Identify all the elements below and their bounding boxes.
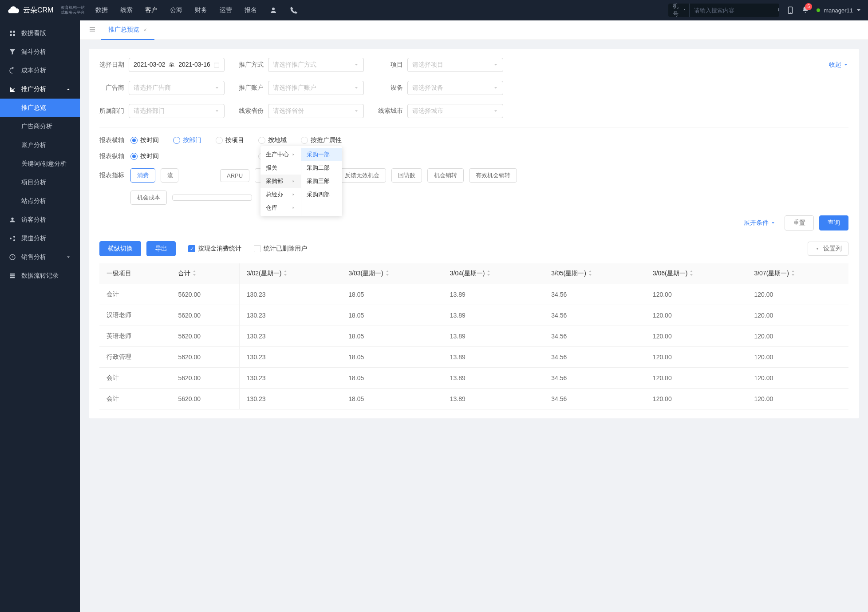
logo-text: 云朵CRM	[23, 6, 53, 15]
tag-revisit[interactable]: 回访数	[391, 168, 422, 183]
search-button[interactable]	[773, 7, 779, 14]
user-menu[interactable]: manager11	[817, 7, 861, 14]
radio-horiz-project[interactable]: 按项目	[216, 136, 244, 144]
table-cell: 130.23	[239, 368, 341, 389]
tab-overview[interactable]: 推广总预览	[101, 20, 154, 40]
phone-icon[interactable]	[290, 6, 298, 14]
sidebar-item-funnel[interactable]: 漏斗分析	[0, 43, 80, 61]
radio-horiz-dept[interactable]: 按部门	[173, 136, 201, 144]
sidebar-item-channel[interactable]: 渠道分析	[0, 229, 80, 248]
account-select[interactable]: 请选择推广账户	[268, 81, 364, 95]
radio-horiz-attr[interactable]: 按推广属性	[301, 136, 342, 144]
cascade-item-p4[interactable]: 采购四部	[301, 188, 342, 201]
cascade-item-purchase[interactable]: 采购部	[260, 175, 301, 188]
sidebar-item-cost[interactable]: 成本分析	[0, 61, 80, 80]
sidebar-sub-advertiser[interactable]: 广告商分析	[0, 117, 80, 136]
table-header[interactable]: 3/03(星期一)	[341, 263, 443, 284]
logo[interactable]: 云朵CRM 教育机构一站式服务云平台	[7, 4, 85, 16]
advertiser-label: 广告商	[99, 84, 124, 92]
export-button[interactable]: 导出	[146, 241, 176, 256]
table-cell: 34.56	[544, 326, 646, 347]
tag-feedback[interactable]: 反馈无效机会	[338, 168, 386, 183]
sidebar-item-flow[interactable]: 数据流转记录	[0, 266, 80, 285]
notifications[interactable]: 5	[801, 6, 809, 15]
deleted-stat-checkbox[interactable]: 统计已删除用户	[254, 245, 307, 253]
cascade-item-p2[interactable]: 采购二部	[301, 161, 342, 175]
nav-ops[interactable]: 运营	[220, 6, 232, 14]
method-select[interactable]: 请选择推广方式	[268, 58, 364, 72]
city-select[interactable]: 请选择城市	[407, 104, 503, 118]
sidebar-sub-account[interactable]: 账户分析	[0, 136, 80, 155]
reset-button[interactable]: 重置	[785, 215, 814, 230]
close-icon[interactable]	[143, 28, 147, 32]
table-header[interactable]: 3/05(星期一)	[544, 263, 646, 284]
table-cell: 13.89	[443, 284, 544, 305]
nav-data[interactable]: 数据	[95, 6, 108, 14]
tag-valid-conv[interactable]: 有效机会销转	[469, 168, 517, 183]
sidebar-sub-keyword[interactable]: 关键词/创意分析	[0, 155, 80, 173]
table-row: 行政管理5620.00130.2318.0513.8934.56120.0012…	[99, 347, 848, 368]
sidebar-item-promotion[interactable]: 推广分析	[0, 80, 80, 99]
tag-conv[interactable]: 机会销转	[427, 168, 464, 183]
cascade-item-p3[interactable]: 采购三部	[301, 175, 342, 188]
table-cell: 120.00	[646, 326, 747, 347]
cascade-item-customs[interactable]: 报关	[260, 161, 301, 175]
svg-rect-13	[214, 63, 219, 67]
radio-vert-time[interactable]: 按时间	[130, 152, 159, 160]
sidebar-sub-site[interactable]: 站点分析	[0, 192, 80, 211]
radio-horiz-time[interactable]: 按时间	[130, 136, 159, 144]
mobile-icon[interactable]	[786, 6, 794, 14]
sidebar-item-visitor[interactable]: 访客分析	[0, 211, 80, 229]
table-cell: 120.00	[646, 305, 747, 326]
nav-public[interactable]: 公海	[170, 6, 182, 14]
search-icon	[777, 7, 779, 14]
device-select[interactable]: 请选择设备	[407, 81, 503, 95]
dept-select[interactable]: 请选择部门	[129, 104, 225, 118]
cascade-item-warehouse[interactable]: 仓库	[260, 201, 301, 215]
tag-arpu[interactable]: ARPU	[220, 169, 249, 182]
province-label: 线索省份	[239, 107, 264, 115]
table-header[interactable]: 3/04(星期一)	[443, 263, 544, 284]
table-cell: 120.00	[747, 389, 848, 409]
radio-horiz-region[interactable]: 按地域	[258, 136, 287, 144]
user-icon[interactable]	[269, 6, 277, 14]
tag-flow[interactable]: 流	[161, 168, 178, 183]
collapse-sidebar-button[interactable]	[83, 26, 101, 34]
tag-consume[interactable]: 消费	[130, 168, 155, 183]
table-header[interactable]: 合计	[171, 263, 239, 284]
table-cell: 13.89	[443, 368, 544, 389]
table-cell: 13.89	[443, 305, 544, 326]
sidebar-sub-project[interactable]: 项目分析	[0, 173, 80, 192]
search-type-select[interactable]: 手机号码	[668, 4, 690, 17]
sidebar-item-sales[interactable]: 销售分析	[0, 248, 80, 266]
date-range-picker[interactable]: 2021-03-02 至 2021-03-16	[129, 58, 225, 72]
collapse-filters[interactable]: 收起	[829, 61, 848, 69]
tag-opp-cost[interactable]: 机会成本	[130, 191, 167, 205]
cash-stat-checkbox[interactable]: 按现金消费统计	[188, 245, 241, 253]
table-cell: 120.00	[646, 368, 747, 389]
cascade-item-production[interactable]: 生产中心	[260, 148, 301, 161]
table-header[interactable]: 3/06(星期一)	[646, 263, 747, 284]
advertiser-select[interactable]: 请选择广告商	[129, 81, 225, 95]
province-select[interactable]: 请选择省份	[268, 104, 364, 118]
nav-finance[interactable]: 财务	[195, 6, 207, 14]
nav-customer[interactable]: 客户	[145, 6, 158, 14]
table-cell: 18.05	[341, 305, 443, 326]
table-header[interactable]: 3/07(星期一)	[747, 263, 848, 284]
sidebar-item-dashboard[interactable]: 数据看版	[0, 24, 80, 43]
nav-leads[interactable]: 线索	[120, 6, 133, 14]
nav-signup[interactable]: 报名	[245, 6, 257, 14]
cascade-item-p1[interactable]: 采购一部	[301, 148, 342, 161]
project-select[interactable]: 请选择项目	[407, 58, 503, 72]
column-settings-button[interactable]: 设置列	[808, 242, 848, 256]
query-button[interactable]: 查询	[819, 215, 848, 230]
sidebar-sub-overview[interactable]: 推广总览	[0, 99, 80, 117]
cascade-item-gm[interactable]: 总经办	[260, 188, 301, 201]
tag-hidden2[interactable]	[172, 195, 252, 201]
funnel-icon	[9, 48, 16, 56]
switch-axis-button[interactable]: 横纵切换	[99, 241, 141, 256]
expand-conditions[interactable]: 展开条件	[744, 219, 776, 227]
table-header[interactable]: 3/02(星期一)	[239, 263, 341, 284]
table-cell: 18.05	[341, 284, 443, 305]
search-input[interactable]	[690, 7, 773, 14]
